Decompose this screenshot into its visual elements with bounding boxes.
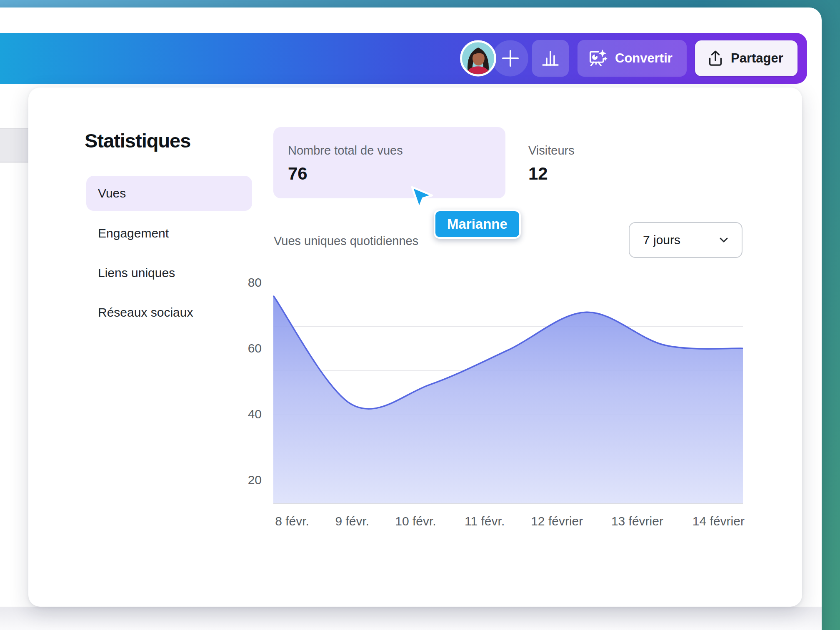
top-toolbar: Convertir Partager [0, 33, 807, 84]
x-axis-tick-label: 14 février [692, 514, 745, 528]
statistics-panel: Statistiques Vues Engagement Liens uniqu… [28, 88, 802, 607]
convert-button-label: Convertir [615, 51, 672, 66]
x-axis-tick-label: 8 févr. [275, 514, 309, 528]
presentation-magic-icon [588, 49, 608, 68]
chevron-down-icon [718, 234, 730, 246]
visitors-label: Visiteurs [528, 144, 575, 158]
sidebar-item-label: Engagement [86, 226, 169, 240]
plus-icon [500, 48, 521, 69]
y-axis-tick-label: 80 [199, 275, 262, 290]
collaborator-name: Marianne [447, 216, 508, 232]
background-page-body [0, 607, 822, 630]
chart-title: Vues uniques quotidiennes [274, 234, 418, 248]
sidebar-item-label: Liens uniques [86, 266, 175, 280]
share-button[interactable]: Partager [695, 40, 798, 76]
sidebar-item-label: Réseaux sociaux [86, 305, 193, 320]
convert-button[interactable]: Convertir [578, 40, 687, 77]
page-title: Statistiques [85, 129, 190, 152]
share-button-label: Partager [731, 51, 783, 66]
date-range-value: 7 jours [643, 233, 680, 247]
total-views-value: 76 [288, 164, 308, 184]
collaborator-name-tag: Marianne [434, 210, 521, 239]
y-axis-tick-label: 60 [199, 341, 262, 356]
x-axis-tick-label: 10 févr. [395, 514, 436, 528]
sidebar-item-vues[interactable]: Vues [86, 176, 252, 211]
sidebar-item-engagement[interactable]: Engagement [86, 224, 252, 242]
app-window: Convertir Partager Statistiques Vues Eng… [0, 8, 822, 630]
visitors-value: 12 [528, 164, 548, 184]
date-range-dropdown[interactable]: 7 jours [629, 222, 742, 258]
sidebar-item-reseaux-sociaux[interactable]: Réseaux sociaux [86, 303, 252, 322]
background-page-header [0, 128, 28, 162]
avatar-portrait [462, 42, 494, 75]
avatar[interactable] [460, 40, 496, 77]
sidebar-item-label: Vues [86, 186, 126, 200]
y-axis-tick-label: 20 [199, 472, 262, 488]
total-views-label: Nombre total de vues [288, 144, 403, 158]
x-axis-tick-label: 11 févr. [465, 514, 505, 528]
total-views-card: Nombre total de vues 76 [273, 127, 505, 198]
add-button[interactable] [500, 48, 521, 69]
x-axis-tick-label: 12 février [531, 514, 583, 528]
y-axis-tick-label: 40 [199, 407, 262, 422]
bar-chart-icon [540, 48, 560, 68]
statistics-button[interactable] [532, 40, 569, 77]
area-fill [273, 296, 743, 504]
x-axis-tick-label: 13 février [611, 514, 663, 528]
daily-views-area-chart: 806040208 févr.9 févr.10 févr.11 févr.12… [273, 275, 743, 504]
x-axis-tick-label: 9 févr. [335, 514, 369, 528]
upload-share-icon [707, 50, 724, 67]
